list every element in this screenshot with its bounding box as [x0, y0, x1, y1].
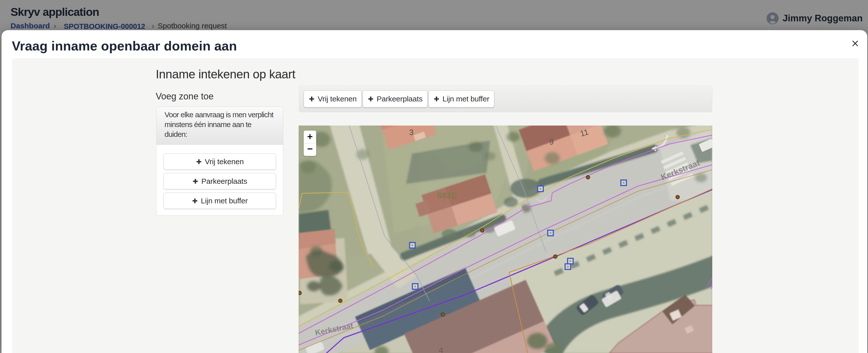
svg-text:4: 4	[439, 346, 443, 353]
svg-text:3: 3	[409, 128, 414, 137]
svg-text:9: 9	[549, 137, 554, 147]
svg-text:682E: 682E	[437, 191, 457, 200]
